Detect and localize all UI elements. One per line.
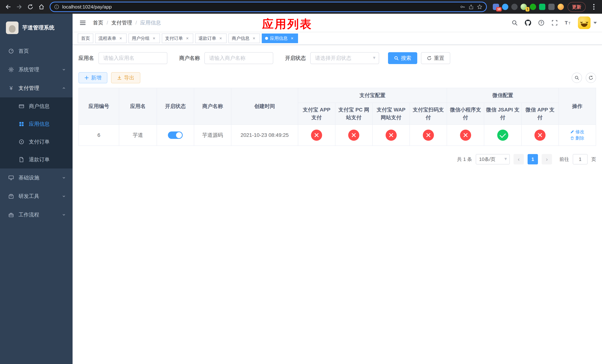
sidebar-item-label: 商户信息 (29, 103, 50, 110)
extension-icon-8[interactable] (558, 4, 564, 10)
hamburger-icon[interactable] (78, 18, 88, 28)
breadcrumb-home[interactable]: 首页 (93, 19, 103, 26)
tab-merchant-info[interactable]: 商户信息 × (228, 33, 260, 43)
col-header-actions: 操作 (559, 88, 596, 125)
sidebar-item-system[interactable]: 系统管理 (0, 60, 73, 79)
export-button-label: 导出 (124, 74, 134, 81)
help-icon[interactable]: ? (536, 17, 547, 28)
chevron-up-icon (62, 86, 66, 90)
sidebar-item-merchant-info[interactable]: 商户信息 (0, 97, 73, 115)
wx-jsapi-status-icon (497, 130, 508, 141)
merchant-name-input[interactable] (204, 52, 273, 64)
close-icon[interactable]: × (151, 36, 157, 41)
sidebar-item-payment-orders[interactable]: 支付订单 (0, 133, 73, 151)
close-icon[interactable]: × (118, 36, 123, 41)
breadcrumb-separator: / (136, 20, 137, 26)
trash-icon (570, 136, 574, 140)
reset-button[interactable]: 重置 (421, 52, 450, 64)
close-icon[interactable]: × (251, 36, 257, 41)
site-info-icon[interactable] (54, 4, 59, 10)
user-menu-caret-icon[interactable] (593, 22, 597, 24)
sidebar-item-label: 应用信息 (29, 120, 50, 128)
delete-link[interactable]: 删除 (570, 135, 584, 141)
fullscreen-icon[interactable] (549, 17, 560, 28)
tab-app-info[interactable]: 应用信息 × (262, 33, 298, 43)
active-tab-dot (265, 37, 268, 40)
chrome-update-button[interactable]: 更新 (568, 2, 586, 12)
tab-user-group[interactable]: 用户分组 × (129, 33, 160, 43)
extension-icon-2[interactable] (502, 4, 508, 10)
tab-process-form[interactable]: 流程表单 × (95, 33, 127, 43)
app-title: 芋道管理系统 (22, 24, 54, 32)
alipay-app-status-icon (311, 130, 322, 141)
sidebar-item-refund-orders[interactable]: 退款订单 (0, 151, 73, 169)
sidebar-item-infra[interactable]: 基础设施 (0, 169, 73, 187)
sidebar-item-label: 支付订单 (29, 138, 50, 145)
goto-label: 前往 (559, 156, 569, 162)
forward-icon[interactable] (14, 2, 24, 12)
sidebar-item-devtools[interactable]: 研发工具 (0, 187, 73, 205)
sidebar-logo[interactable]: 芋道管理系统 (0, 14, 73, 42)
page-size-select[interactable]: 10条/页 ▾ (476, 154, 510, 164)
refresh-table-icon[interactable] (586, 73, 596, 83)
sidebar-item-label: 基础设施 (19, 174, 39, 181)
chevron-down-icon: ▾ (505, 156, 507, 162)
user-avatar[interactable] (578, 16, 591, 29)
sidebar-item-home[interactable]: 首页 (0, 42, 73, 60)
search-icon[interactable] (509, 17, 520, 28)
close-icon[interactable]: × (290, 36, 295, 41)
back-icon[interactable] (3, 2, 13, 12)
next-page-button[interactable]: › (542, 154, 552, 164)
sidebar-item-workflow[interactable]: 工作流程 (0, 205, 73, 224)
github-icon[interactable] (522, 17, 534, 28)
extension-icon-4[interactable]: 1 (521, 4, 527, 10)
browser-menu-icon[interactable] (589, 2, 599, 12)
search-button[interactable]: 搜索 (388, 52, 417, 64)
monitor-icon (8, 175, 14, 181)
main-area: 首页 / 支付管理 / 应用信息 应用列表 ? (73, 14, 602, 364)
extension-icon-1[interactable]: 10 (493, 4, 499, 10)
password-key-icon[interactable] (460, 4, 465, 10)
tab-refund-orders[interactable]: 退款订单 × (195, 33, 226, 43)
page-number-1[interactable]: 1 (527, 154, 538, 164)
pagination: 共 1 条 10条/页 ▾ ‹ 1 › 前往 页 (78, 154, 596, 164)
close-icon[interactable]: × (218, 36, 223, 41)
add-button[interactable]: 新增 (78, 72, 107, 83)
sidebar-item-app-info[interactable]: 应用信息 (0, 115, 73, 133)
share-icon[interactable] (468, 4, 474, 10)
breadcrumb-payment[interactable]: 支付管理 (111, 19, 132, 26)
status-select[interactable]: 请选择开启状态 ▾ (310, 52, 379, 64)
bookmark-star-icon[interactable] (477, 4, 483, 10)
sidebar-item-label: 系统管理 (19, 66, 39, 73)
status-toggle[interactable] (168, 131, 183, 139)
sidebar-item-payment[interactable]: ¥ 支付管理 (0, 79, 73, 97)
tab-payment-orders[interactable]: 支付订单 × (162, 33, 193, 43)
alipay-wap-status-icon (386, 130, 397, 141)
col-header-app-id: 应用编号 (79, 88, 119, 125)
tab-home[interactable]: 首页 (78, 33, 93, 43)
extension-icon-3[interactable] (511, 4, 517, 10)
close-icon[interactable]: × (185, 36, 190, 41)
url-bar[interactable]: localhost:1024/pay/app (50, 2, 487, 12)
edit-link[interactable]: 修改 (570, 129, 584, 135)
pagination-total: 共 1 条 (457, 156, 472, 162)
home-icon[interactable] (36, 2, 47, 12)
col-header-wx-mini: 微信小程序支付 (447, 103, 484, 125)
toggle-search-icon[interactable] (572, 73, 582, 83)
cell-app-id: 6 (79, 125, 119, 146)
extension-icon-6[interactable] (539, 4, 545, 10)
prev-page-button[interactable]: ‹ (514, 154, 524, 164)
goto-page-input[interactable] (573, 154, 588, 164)
app-name-input[interactable] (98, 52, 167, 64)
gear-icon (8, 67, 14, 73)
document-icon (19, 157, 24, 162)
wx-app-status-icon (534, 130, 546, 141)
export-button[interactable]: 导出 (111, 72, 140, 83)
extension-icon-7[interactable] (548, 4, 555, 10)
tab-label: 支付订单 (165, 35, 183, 41)
refresh-icon[interactable] (25, 2, 35, 12)
font-size-icon[interactable]: TT (562, 17, 573, 28)
extension-icon-5[interactable] (530, 4, 536, 10)
delete-link-label: 删除 (575, 135, 584, 141)
edit-link-label: 修改 (575, 129, 584, 135)
